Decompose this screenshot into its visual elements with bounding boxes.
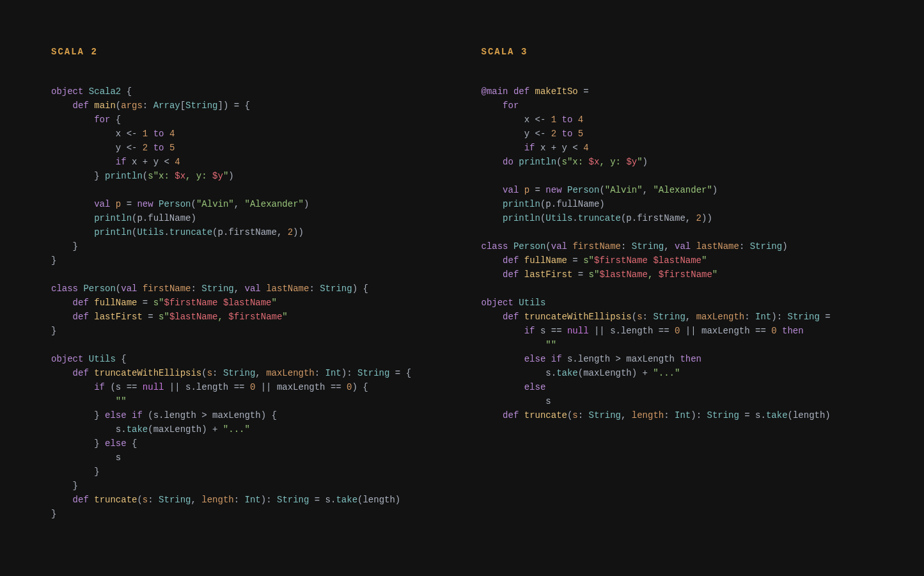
code-token: 0 — [771, 326, 776, 336]
code-token — [556, 115, 561, 125]
code-token: s — [51, 452, 121, 463]
code-token: to — [153, 129, 164, 139]
code-token — [482, 100, 503, 111]
code-token: , — [648, 269, 659, 280]
code-token — [529, 86, 535, 97]
code-token: length — [201, 495, 233, 505]
code-token — [545, 354, 551, 364]
code-token: || maxLength == — [680, 326, 771, 336]
code-token — [482, 382, 524, 392]
code-token: lastName — [266, 284, 309, 294]
code-token: ) { — [352, 284, 368, 294]
code-token: : — [315, 368, 325, 378]
code-token — [148, 129, 153, 139]
code-token: "Alexander" — [245, 199, 304, 209]
code-token — [137, 284, 142, 294]
code-token: ( — [545, 241, 551, 252]
code-token: (maxLength) + — [578, 368, 654, 378]
code-token: 0 — [347, 382, 352, 392]
code-token: = — [143, 312, 159, 322]
code-token: def — [513, 86, 529, 97]
code-token: = — [572, 269, 588, 280]
code-token: , — [643, 185, 654, 195]
code-token: $lastName — [169, 312, 218, 322]
code-token: Person — [83, 284, 115, 294]
code-token: truncateWithEllipsis — [524, 312, 632, 322]
code-token: ) — [712, 185, 717, 195]
code-token: ( — [137, 495, 142, 505]
code-token: : — [143, 100, 153, 111]
code-token: : — [744, 312, 755, 322]
code-token: 4 — [175, 157, 180, 167]
code-token: y <- — [116, 143, 143, 153]
code-token: "" — [116, 396, 127, 406]
code-token: )) — [701, 213, 712, 223]
code-token — [51, 298, 73, 308]
code-token: fullName — [94, 298, 137, 308]
code-token — [51, 396, 116, 406]
code-token: = — [121, 199, 137, 209]
code-token: "Alvin" — [605, 185, 643, 195]
code-token: ) { — [352, 382, 368, 392]
code-token: Utils — [545, 213, 572, 223]
code-token: Array — [153, 100, 180, 111]
scala2-code-block: object Scala2 { def main(args: Array[Str… — [51, 84, 443, 521]
code-token: x + y < — [127, 157, 175, 167]
code-token: , — [255, 368, 266, 378]
code-token: String — [201, 284, 233, 294]
code-token — [519, 185, 524, 195]
code-token — [482, 143, 524, 153]
code-token: Person — [159, 199, 191, 209]
code-token: : — [191, 284, 202, 294]
code-token: null — [567, 326, 589, 336]
code-token: ( — [556, 157, 561, 167]
code-token: String — [632, 241, 664, 252]
code-token — [110, 199, 115, 209]
code-token: else — [524, 354, 546, 364]
code-token: $firstName — [164, 298, 217, 308]
code-token: String — [223, 368, 255, 378]
code-token: s — [572, 410, 577, 420]
code-token: take — [127, 424, 148, 435]
code-token: Int — [675, 410, 691, 420]
code-token: String — [357, 368, 389, 378]
code-token: } — [51, 410, 105, 420]
code-token: s. — [51, 424, 127, 435]
code-token: (p.firstName, — [621, 213, 696, 223]
code-token: s"x: — [562, 157, 589, 167]
code-token: = — [820, 312, 831, 322]
code-token: new — [545, 185, 561, 195]
code-token: String — [320, 284, 352, 294]
code-token: def — [503, 312, 519, 322]
code-token: truncateWithEllipsis — [94, 368, 201, 378]
code-token: for — [94, 115, 110, 125]
code-token: def — [73, 298, 89, 308]
code-token: Person — [513, 241, 545, 252]
code-token: else — [524, 382, 546, 392]
code-token: Int — [245, 495, 261, 505]
code-token: , — [234, 284, 245, 294]
code-token: 5 — [169, 143, 175, 153]
code-token: 4 — [578, 115, 583, 125]
code-token: then — [680, 354, 701, 364]
code-token: String — [159, 495, 191, 505]
code-token: $firstName — [228, 312, 282, 322]
code-token: ( — [191, 199, 196, 209]
code-token: "Alexander" — [653, 185, 712, 195]
code-token: Int — [325, 368, 341, 378]
code-token: . — [164, 227, 169, 237]
code-token — [51, 368, 73, 378]
code-token: $y — [212, 171, 223, 181]
code-token: (length) — [788, 410, 831, 420]
code-token: String — [750, 241, 782, 252]
code-token — [127, 410, 132, 420]
code-token: (p.fullName) — [540, 199, 605, 209]
code-token: to — [562, 129, 573, 139]
code-token: , — [685, 312, 696, 322]
code-token: || maxLength == — [255, 382, 347, 392]
code-token: : — [664, 410, 675, 420]
code-token: (length) — [357, 495, 400, 505]
code-token — [519, 269, 524, 280]
code-token — [482, 354, 524, 364]
code-token: String — [653, 312, 685, 322]
